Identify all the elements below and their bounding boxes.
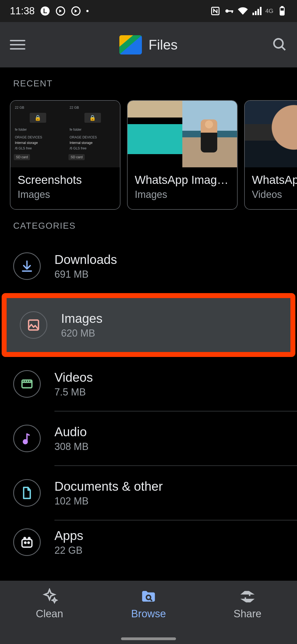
svg-rect-9 [281, 7, 283, 8]
video-icon [13, 370, 41, 398]
category-size: 308 MB [54, 441, 284, 452]
download-icon [13, 252, 41, 280]
status-icon-letter-l: L [40, 6, 50, 16]
category-name: Downloads [54, 252, 284, 267]
category-videos[interactable]: Videos 7.5 MB [0, 357, 297, 411]
files-app-logo-icon [119, 35, 142, 54]
status-time: 11:38 [10, 5, 35, 17]
folder-search-icon [140, 588, 157, 605]
svg-rect-16 [22, 539, 32, 547]
svg-point-20 [28, 542, 29, 543]
image-icon [20, 311, 47, 339]
recent-section-title: RECENT [0, 78, 297, 99]
svg-point-5 [225, 9, 229, 13]
status-icon-circle-arrow-2 [71, 6, 81, 16]
wifi-icon [238, 6, 248, 16]
svg-rect-7 [232, 10, 233, 13]
recent-card-kind: Images [18, 189, 113, 200]
category-name: Documents & other [54, 479, 284, 494]
apps-icon [13, 528, 41, 556]
recent-card-whatsapp-images[interactable]: WhatsApp Imag… Images [127, 100, 238, 210]
category-images[interactable]: Images 620 MB [7, 298, 290, 352]
share-icon [239, 588, 256, 605]
recent-row[interactable]: 22 GB 🔒 fe folder ORAGE DEVICES Internal… [0, 100, 297, 210]
category-name: Videos [54, 370, 284, 385]
nav-browse[interactable]: Browse [99, 581, 198, 644]
nfc-icon [210, 6, 220, 16]
sparkle-icon [41, 588, 58, 605]
app-title-area: Files [25, 35, 272, 54]
nav-clean[interactable]: Clean [0, 581, 99, 644]
recent-thumbnail: 22 GB 🔒 fe folder ORAGE DEVICES Internal… [10, 101, 120, 167]
categories-list: Downloads 691 MB Images 620 MB Video [0, 239, 297, 556]
recent-thumbnail [128, 101, 237, 167]
svg-rect-10 [281, 11, 284, 14]
nav-label: Browse [131, 608, 166, 620]
network-type-label: 4G [265, 8, 273, 14]
svg-text:L: L [43, 7, 47, 15]
recent-card-name: WhatsApp Imag… [135, 173, 230, 187]
category-documents[interactable]: Documents & other 102 MB [0, 466, 297, 520]
status-bar: 11:38 L 4G [0, 0, 297, 22]
categories-section-title: CATEGORIES [0, 210, 297, 239]
category-name: Images [61, 311, 277, 326]
svg-point-19 [24, 542, 26, 543]
highlight-annotation: Images 620 MB [2, 293, 295, 357]
bottom-nav: Clean Browse Share [0, 581, 297, 644]
category-size: 102 MB [54, 495, 284, 507]
battery-icon [277, 6, 287, 16]
category-size: 7.5 MB [54, 386, 284, 398]
vpn-key-icon [224, 6, 234, 16]
search-button[interactable] [272, 37, 287, 53]
category-size: 691 MB [54, 269, 284, 280]
svg-point-11 [274, 39, 283, 48]
category-name: Audio [54, 424, 284, 439]
app-title: Files [148, 37, 178, 53]
category-name: Apps [54, 528, 284, 543]
app-bar: Files [0, 22, 297, 67]
recent-card-name: Screenshots [18, 173, 113, 187]
status-notification-dot [86, 10, 89, 12]
menu-button[interactable] [10, 40, 25, 50]
recent-card-whatsapp-videos[interactable]: WhatsAp Videos [244, 100, 297, 210]
content-area: RECENT 22 GB 🔒 fe folder ORAGE DEVICES I… [0, 67, 297, 556]
svg-point-18 [28, 537, 30, 539]
status-icon-circle-arrow-1 [56, 6, 65, 16]
svg-point-17 [24, 537, 26, 539]
category-size: 620 MB [61, 328, 277, 339]
gesture-bar[interactable] [121, 637, 176, 640]
svg-point-15 [23, 440, 27, 444]
category-apps[interactable]: Apps 22 GB [0, 520, 297, 556]
recent-card-kind: Videos [252, 189, 297, 200]
svg-line-12 [282, 47, 285, 50]
document-icon [13, 479, 41, 507]
signal-icon [252, 6, 262, 16]
recent-card-name: WhatsAp [252, 173, 297, 187]
category-size: 22 GB [54, 545, 284, 556]
category-audio[interactable]: Audio 308 MB [0, 411, 297, 465]
category-downloads[interactable]: Downloads 691 MB [0, 239, 297, 293]
recent-card-kind: Images [135, 189, 230, 200]
nav-label: Share [233, 608, 261, 620]
recent-card-screenshots[interactable]: 22 GB 🔒 fe folder ORAGE DEVICES Internal… [10, 100, 120, 210]
nav-share[interactable]: Share [198, 581, 297, 644]
recent-thumbnail [245, 101, 297, 167]
nav-label: Clean [36, 608, 63, 620]
audio-icon [13, 425, 41, 452]
